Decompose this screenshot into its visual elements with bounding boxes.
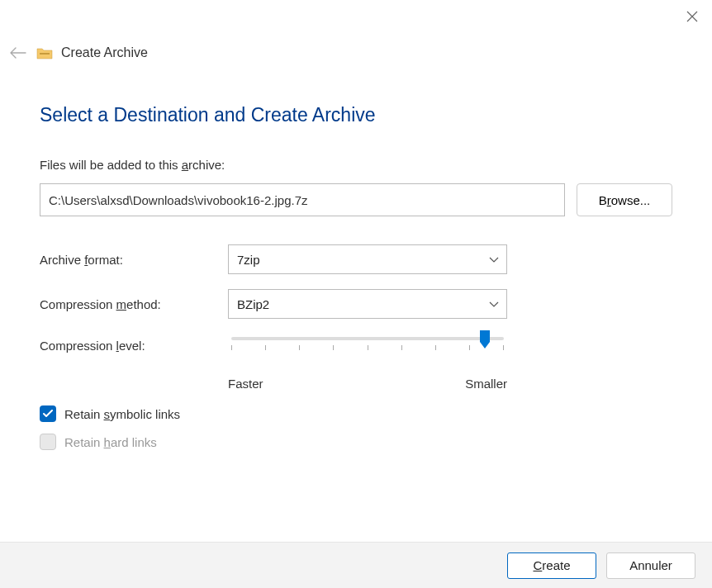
header-title: Create Archive — [61, 45, 148, 60]
compression-level-label: Compression level: — [40, 334, 228, 353]
cancel-button[interactable]: Annuler — [606, 552, 695, 579]
retain-symbolic-links-label: Retain symbolic links — [64, 407, 180, 421]
archive-path-input[interactable] — [40, 183, 565, 216]
checkbox-unchecked-icon — [40, 434, 56, 450]
compression-level-slider-container: Faster Smaller — [228, 334, 507, 391]
slider-thumb-icon — [478, 330, 491, 349]
compression-method-label: Compression method: — [40, 297, 228, 311]
compression-level-row: Compression level: Faster Smaller — [40, 334, 672, 391]
checkbox-checked-icon — [40, 405, 56, 422]
slider-ticks — [231, 345, 504, 352]
slider-labels: Faster Smaller — [228, 377, 507, 391]
archive-path-label: Files will be added to this archive: — [40, 158, 672, 172]
compression-method-select[interactable]: BZip2 — [228, 289, 507, 319]
archive-format-select[interactable]: 7zip — [228, 244, 507, 274]
arrow-left-icon — [10, 47, 26, 59]
compression-level-slider[interactable] — [228, 337, 507, 362]
close-icon — [686, 11, 698, 22]
close-button[interactable] — [684, 8, 700, 25]
browse-button[interactable]: Browse... — [577, 183, 672, 216]
footer: Create Annuler — [0, 542, 712, 588]
slider-label-smaller: Smaller — [465, 377, 507, 391]
page-title: Select a Destination and Create Archive — [40, 104, 672, 126]
back-button[interactable] — [8, 43, 28, 63]
create-button[interactable]: Create — [507, 552, 596, 579]
archive-path-row: Browse... — [40, 183, 672, 216]
archive-format-row: Archive format: 7zip — [40, 244, 672, 274]
slider-label-faster: Faster — [228, 377, 263, 391]
svg-rect-0 — [40, 53, 50, 55]
retain-hard-links-checkbox: Retain hard links — [40, 434, 672, 450]
retain-symbolic-links-checkbox[interactable]: Retain symbolic links — [40, 405, 672, 422]
compression-method-value: BZip2 — [237, 297, 269, 311]
content: Select a Destination and Create Archive … — [0, 76, 712, 467]
archive-format-label: Archive format: — [40, 253, 228, 267]
archive-format-value: 7zip — [237, 253, 260, 267]
retain-hard-links-label: Retain hard links — [64, 435, 157, 449]
slider-thumb[interactable] — [478, 330, 491, 349]
header: Create Archive — [0, 0, 712, 76]
archive-folder-icon — [36, 46, 53, 59]
compression-method-row: Compression method: BZip2 — [40, 289, 672, 319]
slider-track — [231, 337, 504, 340]
